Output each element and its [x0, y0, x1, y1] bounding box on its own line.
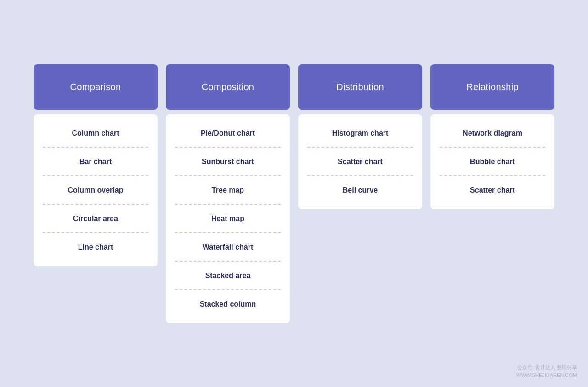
chart-item[interactable]: Sunburst chart [166, 148, 290, 176]
column-header-relationship: Relationship [430, 64, 554, 110]
column-comparison: ComparisonColumn chartBar chartColumn ov… [34, 64, 158, 266]
chart-item[interactable]: Pie/Donut chart [166, 119, 290, 148]
watermark: 公众号: 设计达人 整理分享 WWW.SHEJIDAREN.COM [516, 364, 577, 379]
chart-item[interactable]: Bubble chart [430, 148, 554, 176]
chart-item[interactable]: Scatter chart [430, 176, 554, 205]
chart-item[interactable]: Stacked column [166, 290, 290, 319]
chart-item[interactable]: Column chart [34, 119, 158, 148]
chart-item[interactable]: Bell curve [298, 176, 422, 205]
chart-item[interactable]: Histogram chart [298, 119, 422, 148]
column-composition: CompositionPie/Donut chartSunburst chart… [166, 64, 290, 323]
column-distribution: DistributionHistogram chartScatter chart… [298, 64, 422, 209]
watermark-line2: WWW.SHEJIDAREN.COM [516, 371, 577, 379]
chart-item[interactable]: Column overlap [34, 176, 158, 205]
column-relationship: RelationshipNetwork diagramBubble chartS… [430, 64, 554, 209]
chart-item[interactable]: Tree map [166, 176, 290, 205]
column-body-comparison: Column chartBar chartColumn overlapCircu… [34, 114, 158, 266]
watermark-line1: 公众号: 设计达人 整理分享 [516, 364, 577, 371]
column-header-distribution: Distribution [298, 64, 422, 110]
chart-item[interactable]: Line chart [34, 233, 158, 262]
column-header-composition: Composition [166, 64, 290, 110]
chart-item[interactable]: Circular area [34, 205, 158, 233]
column-header-comparison: Comparison [34, 64, 158, 110]
chart-item[interactable]: Heat map [166, 205, 290, 233]
main-container: ComparisonColumn chartBar chartColumn ov… [1, 37, 587, 351]
column-body-composition: Pie/Donut chartSunburst chartTree mapHea… [166, 114, 290, 323]
column-body-distribution: Histogram chartScatter chartBell curve [298, 114, 422, 209]
chart-item[interactable]: Scatter chart [298, 148, 422, 176]
chart-item[interactable]: Bar chart [34, 148, 158, 176]
column-body-relationship: Network diagramBubble chartScatter chart [430, 114, 554, 209]
chart-item[interactable]: Waterfall chart [166, 233, 290, 262]
chart-item[interactable]: Stacked area [166, 262, 290, 290]
chart-item[interactable]: Network diagram [430, 119, 554, 148]
